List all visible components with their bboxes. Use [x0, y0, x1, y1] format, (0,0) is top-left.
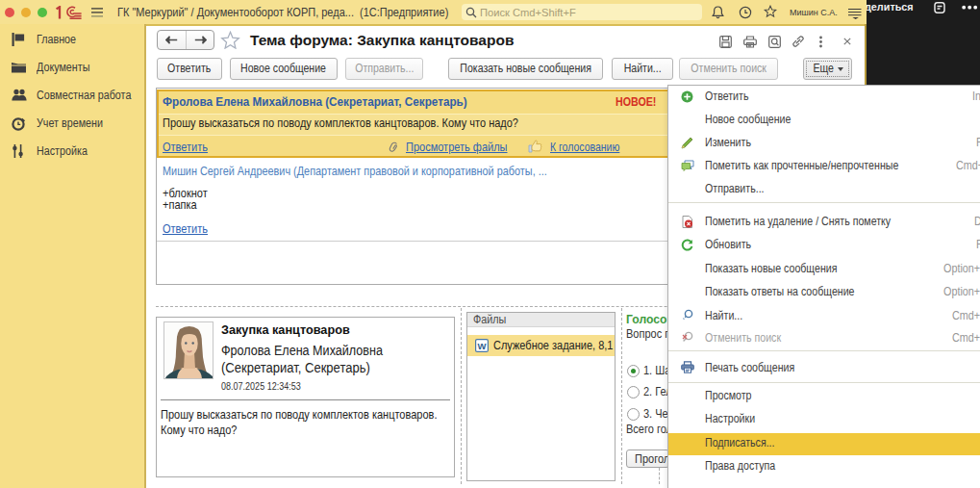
- svg-text:W: W: [478, 341, 487, 351]
